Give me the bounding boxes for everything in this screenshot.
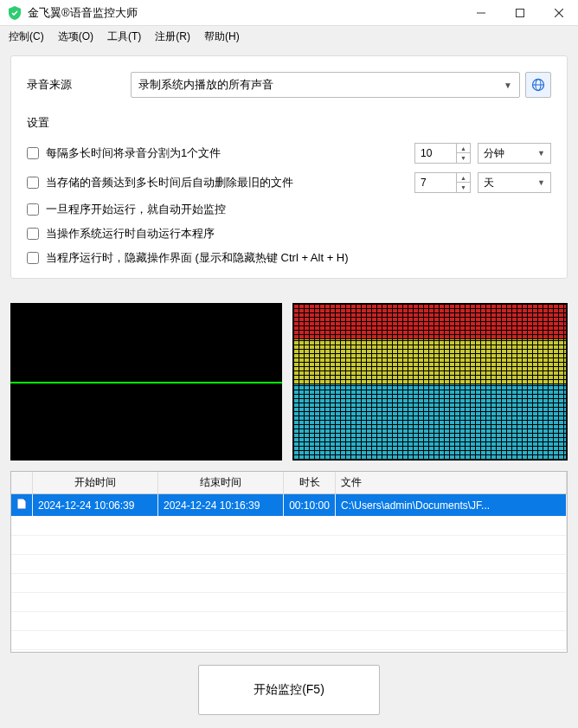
table-row[interactable]: [11, 535, 567, 554]
interval-row: 每隔多长时间将录音分割为1个文件 10 ▲ ▼ 分钟 ▼: [27, 143, 551, 164]
waveform-line: [10, 382, 282, 383]
table-row[interactable]: [11, 630, 567, 649]
start-monitor-button[interactable]: 开始监控(F5): [198, 665, 380, 715]
interval-value: 10: [415, 147, 456, 159]
file-icon: [11, 494, 33, 517]
start-button-wrap: 开始监控(F5): [0, 665, 578, 715]
autodelete-row: 当存储的音频达到多长时间后自动删除最旧的文件 7 ▲ ▼ 天 ▼: [27, 172, 551, 193]
autorun-row: 当操作系统运行时自动运行本程序: [27, 226, 551, 242]
col-file-header[interactable]: 文件: [336, 472, 567, 494]
autorun-label: 当操作系统运行时自动运行本程序: [46, 226, 215, 242]
table-row[interactable]: [11, 573, 567, 592]
table-row[interactable]: [11, 554, 567, 573]
cell-start: 2024-12-24 10:06:39: [33, 494, 158, 517]
menu-control[interactable]: 控制(C): [5, 28, 48, 46]
menu-options[interactable]: 选项(O): [55, 28, 97, 46]
menu-register[interactable]: 注册(R): [151, 28, 194, 46]
autodelete-unit-select[interactable]: 天 ▼: [478, 172, 551, 193]
chevron-down-icon: ▼: [537, 178, 545, 187]
window-title: 金飞翼®语音监控大师: [28, 5, 461, 21]
cell-end: 2024-12-24 10:16:39: [158, 494, 284, 517]
table-row[interactable]: 2024-12-24 10:06:39 2024-12-24 10:16:39 …: [11, 494, 567, 517]
spin-down-icon[interactable]: ▼: [456, 153, 470, 163]
autodelete-unit-value: 天: [484, 176, 494, 190]
source-label: 录音来源: [27, 77, 131, 93]
interval-checkbox[interactable]: [27, 147, 39, 159]
autodelete-value: 7: [415, 177, 456, 189]
start-button-label: 开始监控(F5): [254, 682, 324, 698]
spectrum-band-red: [294, 305, 566, 338]
cell-duration: 00:10:00: [284, 494, 336, 517]
spin-down-icon[interactable]: ▼: [456, 183, 470, 192]
table-row[interactable]: [11, 611, 567, 630]
maximize-button[interactable]: [500, 0, 539, 26]
interval-label: 每隔多长时间将录音分割为1个文件: [46, 145, 221, 161]
autodelete-spin[interactable]: 7 ▲ ▼: [414, 172, 471, 193]
settings-heading: 设置: [27, 115, 551, 131]
spin-up-icon[interactable]: ▲: [456, 173, 470, 183]
hideui-row: 当程序运行时，隐藏操作界面 (显示和隐藏热键 Ctrl + Alt + H): [27, 250, 551, 266]
col-end-header[interactable]: 结束时间: [158, 472, 284, 494]
chevron-down-icon: ▼: [537, 149, 545, 158]
cell-file: C:\Users\admin\Documents\JF...: [336, 494, 567, 517]
minimize-button[interactable]: [461, 0, 500, 26]
recordings-table: 开始时间 结束时间 时长 文件 2024-12-24 10:06:39 2024…: [11, 472, 567, 650]
table-row[interactable]: [11, 516, 567, 535]
source-language-button[interactable]: [525, 72, 551, 98]
spectrum-band-cyan: [294, 384, 566, 459]
chevron-down-icon: ▼: [504, 81, 512, 90]
source-row: 录音来源 录制系统内播放的所有声音 ▼: [27, 72, 551, 98]
col-duration-header[interactable]: 时长: [284, 472, 336, 494]
menu-help[interactable]: 帮助(H): [201, 28, 243, 46]
col-icon-header[interactable]: [11, 472, 33, 494]
autostart-checkbox[interactable]: [27, 203, 39, 216]
spectrum-display: [292, 303, 568, 461]
content: 录音来源 录制系统内播放的所有声音 ▼ 设置 每隔多长时间将录音分割为1个文件 …: [0, 47, 578, 303]
spin-up-icon[interactable]: ▲: [456, 144, 470, 153]
autodelete-label: 当存储的音频达到多长时间后自动删除最旧的文件: [46, 175, 293, 190]
menu-tools[interactable]: 工具(T): [104, 28, 144, 46]
autostart-label: 一旦程序开始运行，就自动开始监控: [46, 202, 226, 217]
settings-panel: 录音来源 录制系统内播放的所有声音 ▼ 设置 每隔多长时间将录音分割为1个文件 …: [10, 55, 568, 279]
hideui-checkbox[interactable]: [27, 252, 39, 264]
recordings-table-wrap: 开始时间 结束时间 时长 文件 2024-12-24 10:06:39 2024…: [10, 471, 568, 653]
hideui-label: 当程序运行时，隐藏操作界面 (显示和隐藏热键 Ctrl + Alt + H): [46, 250, 349, 266]
waveform-display: [10, 303, 282, 461]
autorun-checkbox[interactable]: [27, 228, 39, 240]
interval-spin[interactable]: 10 ▲ ▼: [414, 143, 471, 164]
svg-rect-1: [516, 9, 523, 16]
interval-unit-select[interactable]: 分钟 ▼: [478, 143, 551, 164]
visualization-row: [10, 303, 568, 461]
autodelete-checkbox[interactable]: [27, 177, 39, 189]
spectrum-band-yellow: [294, 339, 566, 383]
source-selected-value: 录制系统内播放的所有声音: [138, 77, 504, 93]
menubar: 控制(C) 选项(O) 工具(T) 注册(R) 帮助(H): [0, 26, 578, 47]
interval-unit-value: 分钟: [484, 146, 504, 161]
autostart-row: 一旦程序开始运行，就自动开始监控: [27, 202, 551, 217]
close-button[interactable]: [539, 0, 578, 26]
table-row[interactable]: [11, 592, 567, 611]
titlebar: 金飞翼®语音监控大师: [0, 0, 578, 26]
app-icon: [7, 5, 22, 21]
col-start-header[interactable]: 开始时间: [33, 472, 158, 494]
source-select[interactable]: 录制系统内播放的所有声音 ▼: [131, 72, 520, 98]
